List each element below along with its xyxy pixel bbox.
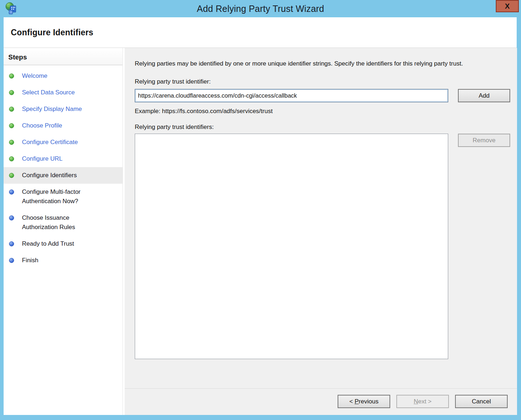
identifiers-list-label: Relying party trust identifiers: (135, 124, 510, 131)
wizard-window: Add Relying Party Trust Wizard X Configu… (0, 0, 521, 420)
step-status-dot (9, 258, 14, 263)
step-status-dot (9, 90, 14, 95)
step-label: Configure Identifiers (22, 171, 77, 180)
wizard-footer: < Previous Next > Cancel (125, 388, 517, 415)
step-label: Configure Certificate (22, 138, 78, 147)
step-label: Specify Display Name (22, 104, 82, 114)
remove-button[interactable]: Remove (458, 134, 510, 147)
page-header: Configure Identifiers (4, 17, 517, 48)
titlebar: Add Relying Party Trust Wizard X (0, 0, 521, 17)
step-status-dot (9, 241, 14, 246)
step-status-dot (9, 173, 14, 178)
step-label: Configure URL (22, 154, 62, 164)
steps-heading: Steps (4, 48, 123, 65)
wizard-panel: Configure Identifiers Steps Welcome Sele… (4, 17, 517, 415)
sidebar-item-specify-display-name[interactable]: Specify Display Name (4, 101, 123, 117)
content-area: Relying parties may be identified by one… (125, 48, 517, 415)
next-button[interactable]: Next > (396, 395, 449, 408)
step-status-dot (9, 140, 14, 145)
step-status-dot (9, 73, 14, 79)
add-button[interactable]: Add (458, 89, 510, 102)
page-title: Configure Identifiers (11, 28, 93, 37)
sidebar-item-welcome[interactable]: Welcome (4, 68, 123, 84)
step-label: Ready to Add Trust (22, 239, 74, 249)
step-label: Finish (22, 256, 38, 265)
step-label: Configure Multi-factor Authentication No… (22, 187, 103, 206)
step-label: Choose Issuance Authorization Rules (22, 213, 103, 232)
sidebar-item-choose-issuance-authorization-rules: Choose Issuance Authorization Rules (4, 210, 123, 236)
step-label: Welcome (22, 71, 48, 81)
example-text: Example: https://fs.contoso.com/adfs/ser… (135, 108, 510, 115)
step-label: Choose Profile (22, 121, 62, 130)
sidebar-item-ready-to-add-trust: Ready to Add Trust (4, 236, 123, 252)
steps-sidebar: Steps Welcome Select Data Source Specify… (4, 48, 123, 415)
identifiers-listbox[interactable] (135, 134, 448, 359)
step-status-dot (9, 123, 14, 128)
sidebar-item-configure-url[interactable]: Configure URL (4, 151, 123, 167)
window-title: Add Relying Party Trust Wizard (0, 0, 521, 17)
sidebar-item-configure-certificate[interactable]: Configure Certificate (4, 134, 123, 151)
step-status-dot (9, 189, 14, 195)
step-status-dot (9, 215, 14, 220)
sidebar-item-choose-profile[interactable]: Choose Profile (4, 117, 123, 134)
step-label: Select Data Source (22, 88, 75, 97)
sidebar-item-configure-multi-factor-authentication-now: Configure Multi-factor Authentication No… (4, 184, 123, 210)
previous-button[interactable]: < Previous (338, 395, 390, 408)
sidebar-item-finish: Finish (4, 252, 123, 269)
intro-text: Relying parties may be identified by one… (135, 59, 506, 68)
cancel-button[interactable]: Cancel (455, 395, 508, 408)
sidebar-item-select-data-source[interactable]: Select Data Source (4, 84, 123, 101)
step-status-dot (9, 156, 14, 161)
relying-party-identifier-input[interactable] (135, 89, 448, 102)
close-button[interactable]: X (496, 0, 519, 12)
identifier-label: Relying party trust identifier: (135, 78, 510, 85)
step-status-dot (9, 107, 14, 112)
steps-list: Welcome Select Data Source Specify Displ… (4, 68, 123, 269)
sidebar-item-configure-identifiers: Configure Identifiers (4, 167, 123, 184)
